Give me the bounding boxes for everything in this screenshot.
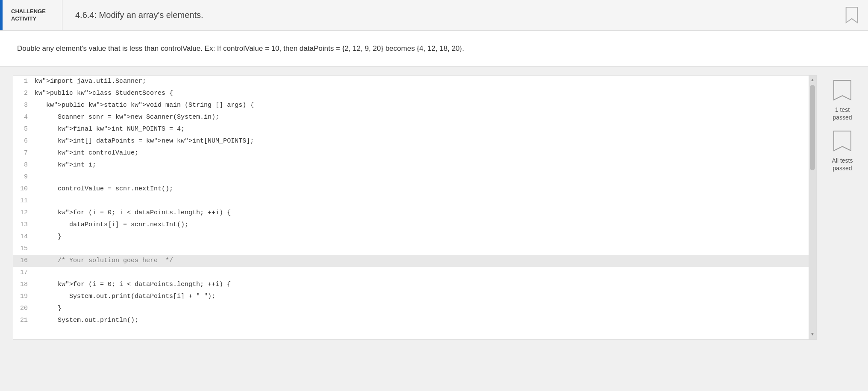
line-number: 4	[13, 111, 35, 123]
code-line[interactable]: 14 }	[13, 231, 816, 243]
description-text: Double any element's value that is less …	[17, 44, 464, 53]
svg-marker-2	[834, 131, 851, 151]
line-content[interactable]: }	[35, 231, 816, 243]
scrollbar-thumb[interactable]	[810, 85, 815, 170]
line-number: 3	[13, 99, 35, 111]
line-content[interactable]: Scanner scnr = kw">new Scanner(System.in…	[35, 111, 816, 123]
line-number: 1	[13, 76, 35, 88]
line-content[interactable]: kw">public kw">class StudentScores {	[35, 88, 816, 99]
scrollbar[interactable]: ▲ ▼	[809, 76, 816, 339]
code-line[interactable]: 1kw">import java.util.Scanner;	[13, 76, 816, 88]
line-number: 5	[13, 123, 35, 135]
line-content[interactable]: System.out.print(dataPoints[i] + " ");	[35, 291, 816, 303]
code-line[interactable]: 9	[13, 171, 816, 183]
line-content[interactable]: System.out.println();	[35, 315, 816, 327]
page-container: CHALLENGE ACTIVITY 4.6.4: Modify an arra…	[0, 0, 868, 391]
line-number: 16	[13, 255, 35, 267]
line-content[interactable]: kw">int[] dataPoints = kw">new kw">int[N…	[35, 135, 816, 147]
code-line[interactable]: 19 System.out.print(dataPoints[i] + " ")…	[13, 291, 816, 303]
code-line[interactable]: 4 Scanner scnr = kw">new Scanner(System.…	[13, 111, 816, 123]
code-line[interactable]: 2kw">public kw">class StudentScores {	[13, 88, 816, 99]
line-content[interactable]: kw">public kw">static kw">void main (Str…	[35, 99, 816, 111]
code-line[interactable]: 15	[13, 243, 816, 255]
code-line[interactable]: 3 kw">public kw">static kw">void main (S…	[13, 99, 816, 111]
line-content[interactable]: /* Your solution goes here */	[35, 255, 816, 267]
main-content: 1kw">import java.util.Scanner;2kw">publi…	[0, 67, 868, 340]
challenge-line2: ACTIVITY	[11, 15, 53, 23]
code-line[interactable]: 8 kw">int i;	[13, 159, 816, 171]
code-editor-container[interactable]: 1kw">import java.util.Scanner;2kw">publi…	[13, 75, 817, 340]
code-line[interactable]: 18 kw">for (i = 0; i < dataPoints.length…	[13, 279, 816, 291]
test1-badge-icon	[832, 79, 853, 103]
code-line[interactable]: 7 kw">int controlValue;	[13, 147, 816, 159]
line-number: 2	[13, 88, 35, 99]
line-number: 10	[13, 183, 35, 195]
code-line[interactable]: 5 kw">final kw">int NUM_POINTS = 4;	[13, 123, 816, 135]
code-editor[interactable]: 1kw">import java.util.Scanner;2kw">publi…	[13, 76, 816, 339]
line-number: 14	[13, 231, 35, 243]
line-content[interactable]: controlValue = scnr.nextInt();	[35, 183, 816, 195]
code-line[interactable]: 20 }	[13, 303, 816, 315]
code-line[interactable]: 6 kw">int[] dataPoints = kw">new kw">int…	[13, 135, 816, 147]
bookmark-icon	[844, 6, 859, 24]
code-line[interactable]: 17	[13, 267, 816, 279]
bookmark-button[interactable]	[844, 6, 859, 24]
line-number: 17	[13, 267, 35, 279]
scroll-down-arrow[interactable]: ▼	[809, 331, 815, 337]
code-line[interactable]: 21 System.out.println();	[13, 315, 816, 327]
line-content[interactable]: kw">final kw">int NUM_POINTS = 4;	[35, 123, 816, 135]
line-content[interactable]: kw">int controlValue;	[35, 147, 816, 159]
test1-badge: 1 testpassed	[832, 79, 853, 121]
code-line[interactable]: 12 kw">for (i = 0; i < dataPoints.length…	[13, 207, 816, 219]
code-lines: 1kw">import java.util.Scanner;2kw">publi…	[13, 76, 816, 327]
test1-label: 1 testpassed	[833, 106, 852, 121]
header: CHALLENGE ACTIVITY 4.6.4: Modify an arra…	[0, 0, 868, 31]
code-line[interactable]: 16 /* Your solution goes here */	[13, 255, 816, 267]
right-panel: 1 testpassed All testspassed	[817, 75, 868, 340]
line-number: 15	[13, 243, 35, 255]
line-content[interactable]: }	[35, 303, 816, 315]
code-line[interactable]: 11	[13, 195, 816, 207]
code-line[interactable]: 13 dataPoints[i] = scnr.nextInt();	[13, 219, 816, 231]
description-area: Double any element's value that is less …	[0, 31, 868, 67]
line-number: 7	[13, 147, 35, 159]
line-content[interactable]: kw">for (i = 0; i < dataPoints.length; +…	[35, 207, 816, 219]
line-number: 19	[13, 291, 35, 303]
line-number: 21	[13, 315, 35, 327]
scroll-up-arrow[interactable]: ▲	[809, 76, 815, 82]
test2-label: All testspassed	[832, 157, 853, 172]
line-number: 13	[13, 219, 35, 231]
line-content[interactable]: kw">for (i = 0; i < dataPoints.length; +…	[35, 279, 816, 291]
line-content[interactable]: kw">int i;	[35, 159, 816, 171]
line-content[interactable]: dataPoints[i] = scnr.nextInt();	[35, 219, 816, 231]
line-number: 6	[13, 135, 35, 147]
challenge-label: CHALLENGE ACTIVITY	[3, 0, 62, 30]
test2-badge: All testspassed	[832, 130, 853, 172]
page-title: 4.6.4: Modify an array's elements.	[62, 10, 844, 20]
challenge-line1: CHALLENGE	[11, 8, 53, 15]
line-number: 8	[13, 159, 35, 171]
code-line[interactable]: 10 controlValue = scnr.nextInt();	[13, 183, 816, 195]
svg-marker-1	[834, 80, 851, 100]
line-content[interactable]: kw">import java.util.Scanner;	[35, 76, 816, 88]
test2-badge-icon	[832, 130, 853, 154]
svg-marker-0	[846, 7, 858, 22]
line-number: 18	[13, 279, 35, 291]
line-number: 12	[13, 207, 35, 219]
line-number: 11	[13, 195, 35, 207]
line-number: 20	[13, 303, 35, 315]
line-number: 9	[13, 171, 35, 183]
